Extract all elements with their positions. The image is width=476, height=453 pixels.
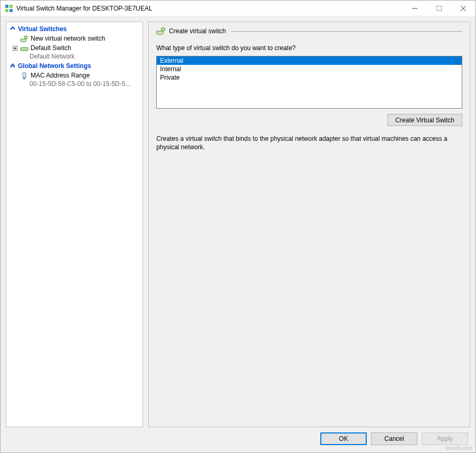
switch-icon [20,44,28,53]
titlebar: Virtual Switch Manager for DESKTOP-3E7UE… [1,1,475,16]
switch-new-icon [156,26,166,36]
close-button[interactable] [451,1,475,16]
tree-item-default-switch[interactable]: Default Switch [6,43,142,53]
app-icon [5,4,13,13]
create-button-row: Create Virtual Switch [156,114,462,126]
svg-rect-8 [21,39,26,42]
switch-type-option[interactable]: External [157,56,462,65]
sidebar: Virtual Switches New virtual network swi… [6,22,143,427]
tree-item-mac-address-range[interactable]: MAC Address Range [6,71,142,80]
svg-point-19 [26,49,27,49]
svg-rect-22 [157,31,163,34]
svg-rect-21 [24,78,25,79]
tree-item-label: New virtual network switch [31,35,105,42]
description-text: Creates a virtual switch that binds to t… [156,134,462,151]
nic-icon [20,72,28,80]
maximize-button[interactable] [427,1,451,16]
main-area: Virtual Switches New virtual network swi… [6,22,470,427]
svg-point-17 [23,49,24,49]
chevron-up-icon [9,62,16,70]
svg-point-16 [22,49,22,49]
window-buttons [403,1,475,16]
tree-item-subtext: 00-15-5D-58-C5-00 to 00-15-5D-5... [6,80,142,89]
client-area: Virtual Switches New virtual network swi… [1,16,475,452]
tree-section-global-settings[interactable]: Global Network Settings [6,61,142,71]
tree: Virtual Switches New virtual network swi… [6,24,142,89]
tree-section-label: Global Network Settings [18,62,91,70]
expander-icon[interactable] [12,44,18,52]
tree-section-label: Virtual Switches [18,25,66,33]
footer: OK Cancel Apply [6,427,470,447]
create-virtual-switch-button[interactable]: Create Virtual Switch [387,114,462,126]
content-panel: Create virtual switch What type of virtu… [148,22,470,427]
window-title: Virtual Switch Manager for DESKTOP-3E7UE… [16,5,403,12]
prompt-text: What type of virtual switch do you want … [156,44,462,52]
switch-new-icon [20,35,28,43]
apply-button: Apply [422,432,468,445]
switch-type-option[interactable]: Internal [157,65,462,73]
section-title: Create virtual switch [169,27,231,35]
switch-type-option[interactable]: Private [157,73,462,82]
svg-rect-1 [9,5,13,8]
svg-rect-20 [23,73,26,78]
svg-point-18 [25,49,25,49]
svg-rect-0 [5,5,8,8]
tree-item-new-virtual-switch[interactable]: New virtual network switch [6,34,142,43]
window: Virtual Switch Manager for DESKTOP-3E7UE… [0,0,476,453]
cancel-button[interactable]: Cancel [371,432,417,445]
expander-placeholder [12,35,18,42]
section-header: Create virtual switch [156,26,462,36]
tree-section-virtual-switches[interactable]: Virtual Switches [6,24,142,34]
expander-placeholder [12,72,18,79]
svg-rect-5 [437,6,442,11]
minimize-button[interactable] [403,1,427,16]
tree-item-label: Default Switch [31,44,71,52]
chevron-up-icon [9,25,16,33]
tree-item-subtext: Default Network [6,53,142,61]
tree-item-label: MAC Address Range [31,72,90,79]
svg-rect-2 [5,9,8,12]
switch-type-list[interactable]: ExternalInternalPrivate [156,56,462,109]
divider [231,31,462,32]
svg-rect-3 [9,9,13,12]
ok-button[interactable]: OK [320,432,367,445]
